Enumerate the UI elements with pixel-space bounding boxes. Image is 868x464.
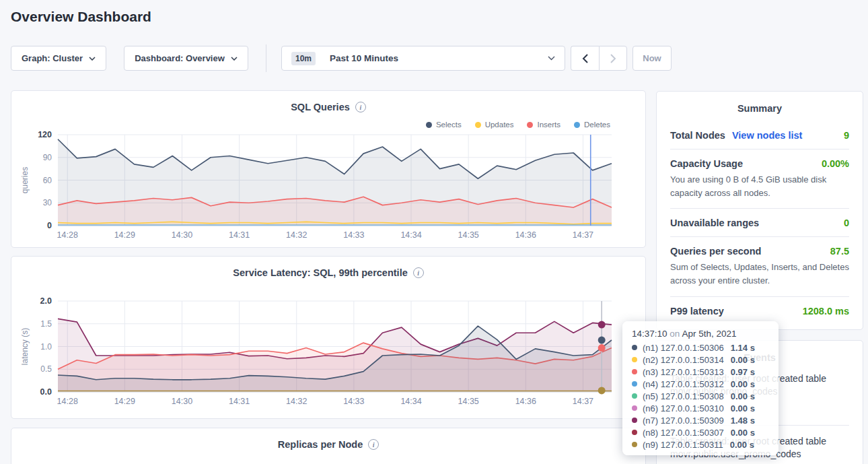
node-color-dot-icon	[632, 381, 637, 387]
unavailable-ranges-value: 0	[844, 218, 849, 228]
svg-text:14:35: 14:35	[458, 397, 479, 406]
graph-dropdown[interactable]: Graph: Cluster	[11, 46, 106, 71]
unavailable-ranges-label: Unavailable ranges	[670, 218, 759, 228]
tooltip-row: (n3) 127.0.0.1:503130.97 s	[632, 366, 769, 378]
now-button[interactable]: Now	[632, 46, 672, 71]
prev-range-button[interactable]	[571, 46, 599, 71]
svg-text:14:34: 14:34	[400, 230, 421, 240]
svg-text:0: 0	[47, 221, 52, 230]
sql-queries-chart-plot[interactable]: 030609012014:2814:2914:3014:3114:3214:33…	[11, 91, 647, 247]
time-range-label: Past 10 Minutes	[330, 53, 398, 63]
svg-text:14:37: 14:37	[573, 230, 593, 240]
tooltip-row: (n1) 127.0.0.1:503061.14 s	[632, 341, 769, 354]
svg-text:14:28: 14:28	[57, 230, 78, 240]
total-nodes-value: 9	[844, 130, 849, 141]
time-range-badge: 10m	[291, 52, 316, 65]
view-nodes-list-link[interactable]: View nodes list	[732, 130, 803, 141]
toolbar-divider	[266, 44, 266, 72]
node-color-dot-icon	[632, 418, 637, 423]
svg-text:30: 30	[43, 198, 52, 207]
dashboard-dropdown-label: Dashboard: Overview	[135, 53, 225, 63]
qps-desc: Sum of Selects, Updates, Inserts, and De…	[670, 261, 849, 288]
node-color-dot-icon	[632, 357, 637, 362]
summary-row-p99-latency: P99 latency 1208.0 ms	[670, 297, 849, 325]
next-range-button[interactable]	[599, 46, 627, 71]
svg-text:14:31: 14:31	[229, 230, 250, 240]
tooltip-row: (n5) 127.0.0.1:503080.00 s	[632, 390, 769, 402]
dashboard-dropdown[interactable]: Dashboard: Overview	[124, 46, 248, 71]
summary-title: Summary	[670, 103, 849, 114]
svg-text:14:35: 14:35	[458, 230, 479, 240]
service-latency-card: Service Latency: SQL, 99th percentile i …	[11, 256, 646, 419]
svg-text:14:34: 14:34	[400, 397, 421, 406]
tooltip-row: (n4) 127.0.0.1:503120.00 s	[632, 378, 769, 390]
summary-panel: Summary Total Nodes View nodes list 9 Ca…	[656, 91, 863, 330]
svg-text:14:36: 14:36	[515, 397, 536, 406]
svg-text:14:29: 14:29	[114, 230, 135, 240]
node-color-dot-icon	[632, 430, 637, 435]
chart-hover-tooltip: 14:37:10 on Apr 5th, 2021 (n1) 127.0.0.1…	[622, 321, 779, 455]
svg-text:14:33: 14:33	[343, 230, 364, 240]
page-title: Overview Dashboard	[11, 9, 151, 25]
node-color-dot-icon	[632, 405, 637, 411]
capacity-usage-value: 0.00%	[822, 158, 849, 169]
node-color-dot-icon	[632, 345, 637, 350]
svg-text:120: 120	[38, 130, 52, 139]
capacity-usage-desc: You are using 0 B of 4.5 GiB usable disk…	[670, 173, 849, 200]
svg-text:14:36: 14:36	[515, 230, 536, 240]
svg-text:14:30: 14:30	[172, 230, 192, 240]
time-nav-group	[571, 46, 627, 71]
service-latency-chart-plot[interactable]: 0.00.51.01.52.014:2814:2914:3014:3114:32…	[11, 257, 647, 418]
qps-label: Queries per second	[670, 246, 761, 257]
svg-text:14:30: 14:30	[172, 397, 192, 406]
summary-row-total-nodes: Total Nodes View nodes list 9	[670, 121, 849, 149]
svg-text:14:32: 14:32	[286, 230, 307, 240]
chevron-down-icon	[231, 57, 238, 61]
svg-text:14:37: 14:37	[573, 397, 593, 406]
tooltip-row: (n8) 127.0.0.1:503070.00 s	[632, 426, 769, 438]
tooltip-row: (n2) 127.0.0.1:503140.00 s	[632, 354, 769, 366]
chevron-left-icon	[582, 54, 588, 63]
svg-text:90: 90	[43, 153, 52, 162]
summary-row-capacity-usage: Capacity Usage 0.00% You are using 0 B o…	[670, 150, 849, 208]
tooltip-row: (n9) 127.0.0.1:503110.00 s	[632, 438, 769, 451]
time-range-picker[interactable]: 10m Past 10 Minutes	[281, 46, 565, 71]
tooltip-row: (n7) 127.0.0.1:503091.48 s	[632, 414, 769, 426]
sql-queries-card: SQL Queries i Selects Updates Inserts De…	[11, 90, 646, 248]
replicas-per-node-title: Replicas per Node	[278, 439, 363, 450]
p99-latency-value: 1208.0 ms	[803, 306, 849, 317]
tooltip-row: (n6) 127.0.0.1:503100.00 s	[632, 402, 769, 414]
svg-text:14:28: 14:28	[57, 397, 78, 406]
tooltip-timestamp: 14:37:10 on Apr 5th, 2021	[632, 329, 769, 339]
svg-text:0.5: 0.5	[40, 364, 52, 374]
svg-text:queries: queries	[20, 167, 30, 193]
svg-text:2.0: 2.0	[40, 296, 52, 306]
svg-text:1.0: 1.0	[40, 342, 52, 352]
qps-value: 87.5	[830, 246, 849, 257]
svg-text:60: 60	[43, 176, 52, 185]
p99-latency-label: P99 latency	[670, 306, 724, 317]
chevron-down-icon	[548, 56, 555, 61]
overview-dashboard-page: Overview Dashboard Graph: Cluster Dashbo…	[0, 0, 868, 464]
chevron-right-icon	[610, 54, 616, 63]
svg-text:14:29: 14:29	[114, 397, 135, 406]
info-icon[interactable]: i	[368, 439, 379, 450]
chevron-down-icon	[89, 57, 96, 61]
svg-text:1.5: 1.5	[40, 319, 52, 329]
node-color-dot-icon	[632, 369, 637, 374]
node-color-dot-icon	[632, 442, 637, 447]
total-nodes-label: Total Nodes	[670, 130, 725, 141]
capacity-usage-label: Capacity Usage	[670, 158, 743, 169]
summary-row-unavailable-ranges: Unavailable ranges 0	[670, 209, 849, 236]
svg-text:14:32: 14:32	[286, 397, 307, 406]
svg-text:14:31: 14:31	[229, 397, 250, 406]
summary-row-qps: Queries per second 87.5 Sum of Selects, …	[670, 237, 849, 296]
svg-text:0.0: 0.0	[40, 387, 52, 397]
node-color-dot-icon	[632, 393, 637, 399]
replicas-per-node-card: Replicas per Node i	[11, 428, 646, 464]
graph-dropdown-label: Graph: Cluster	[22, 53, 83, 63]
svg-text:latency (s): latency (s)	[20, 328, 30, 365]
svg-text:14:33: 14:33	[343, 397, 364, 406]
